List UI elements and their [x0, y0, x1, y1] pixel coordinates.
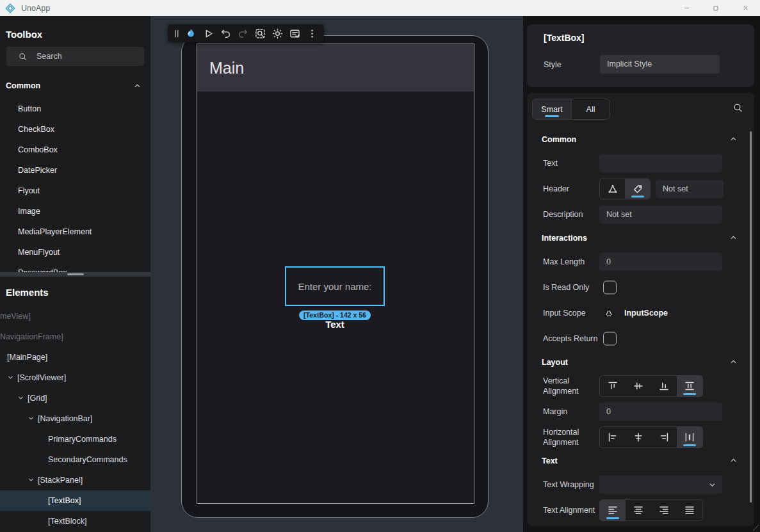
tree-item[interactable]: [ScrollViewer] — [0, 367, 150, 388]
section-header-common[interactable]: Common — [527, 129, 754, 150]
style-input[interactable]: Implicit Style — [600, 55, 720, 74]
element-picker-icon[interactable] — [252, 26, 269, 41]
tab-all[interactable]: All — [571, 99, 610, 119]
t-center-icon[interactable] — [626, 500, 651, 520]
chevron-up-icon — [729, 456, 738, 465]
checkbox[interactable] — [603, 281, 617, 294]
chevron-down-icon[interactable] — [7, 374, 14, 381]
tag-icon[interactable] — [625, 179, 650, 199]
chevron-down-icon[interactable] — [28, 476, 35, 483]
form-factor-icon[interactable] — [286, 26, 303, 41]
v-bottom-icon[interactable] — [651, 376, 677, 396]
tree-item[interactable]: [MainPage] — [0, 347, 150, 367]
properties-search-icon[interactable] — [732, 102, 743, 113]
minimize-button[interactable] — [672, 0, 701, 16]
toolbox-item-button[interactable]: Button — [0, 99, 150, 119]
v-top-icon[interactable] — [600, 376, 626, 396]
v-center-icon[interactable] — [626, 376, 651, 396]
more-options-icon[interactable] — [303, 26, 321, 41]
h-right-icon[interactable] — [651, 427, 677, 447]
drag-handle-icon[interactable] — [171, 26, 182, 41]
property-input[interactable] — [599, 154, 722, 173]
textblock-element[interactable]: Text — [325, 319, 344, 330]
tree-item-label: SecondaryCommands — [48, 449, 127, 470]
checkbox[interactable] — [603, 332, 617, 346]
property-input[interactable]: Not set — [599, 206, 722, 224]
section-header-text[interactable]: Text — [527, 450, 754, 472]
property-label: Text Alignment — [543, 505, 598, 515]
markup-icon[interactable] — [600, 179, 625, 199]
tree-item[interactable]: meView] — [0, 306, 150, 326]
navigation-bar[interactable]: Main — [197, 44, 474, 92]
window-resize-grip[interactable] — [753, 525, 759, 531]
markup-icon — [603, 307, 615, 319]
chevron-down-icon — [708, 481, 716, 489]
tab-smart[interactable]: Smart — [533, 99, 571, 119]
tree-item-label: [ScrollViewer] — [17, 367, 66, 388]
device-screen[interactable]: Main Enter your name: [TextBox] - 142 x … — [197, 44, 474, 504]
property-row: Text — [527, 150, 754, 176]
design-canvas[interactable]: Main Enter your name: [TextBox] - 142 x … — [150, 16, 523, 532]
toolbox-item-mediaplayerelement[interactable]: MediaPlayerElement — [0, 222, 150, 242]
tree-item[interactable]: [Grid] — [0, 388, 150, 408]
panel-splitter[interactable] — [0, 272, 150, 277]
property-control: Not set — [599, 179, 724, 200]
property-row: Margin0 — [527, 399, 754, 424]
close-button[interactable] — [731, 0, 760, 16]
toolbox-item-menuflyout[interactable]: MenuFlyout — [0, 242, 150, 262]
window-title: UnoApp — [21, 4, 50, 13]
property-control: 0 — [599, 253, 722, 271]
chevron-down-icon[interactable] — [17, 394, 24, 401]
property-input[interactable]: 0 — [599, 253, 722, 271]
splitter-grip — [67, 273, 84, 275]
text-wrapping-dropdown[interactable] — [599, 476, 722, 494]
property-input[interactable]: 0 — [599, 403, 722, 421]
section-header-interactions[interactable]: Interactions — [527, 227, 754, 249]
property-label: Text Wrapping — [543, 480, 598, 490]
maximize-button[interactable] — [701, 0, 731, 16]
v-stretch-icon[interactable] — [677, 376, 702, 396]
toolbox-section-common[interactable]: Common — [0, 80, 150, 92]
input-scope-value: InputScope — [603, 307, 668, 319]
selection-header-card: [TextBox] Style Implicit Style — [527, 24, 754, 87]
tree-item-label: meView] — [0, 306, 31, 326]
property-input[interactable]: Not set — [656, 180, 724, 198]
tree-item[interactable]: [StackPanel] — [0, 470, 150, 490]
toolbox-item-combobox[interactable]: ComboBox — [0, 140, 150, 160]
property-sections: CommonTextHeaderNot setDescriptionNot se… — [527, 129, 754, 526]
selected-textbox[interactable]: Enter your name: — [285, 266, 385, 306]
property-label: Description — [543, 209, 598, 220]
tree-item[interactable]: PrimaryCommands — [0, 429, 150, 449]
h-left-icon[interactable] — [600, 427, 626, 447]
h-center-icon[interactable] — [626, 427, 651, 447]
section-title: Layout — [542, 358, 568, 367]
toolbox-item-datepicker[interactable]: DatePicker — [0, 160, 150, 181]
toolbox-item-checkbox[interactable]: CheckBox — [0, 119, 150, 140]
vertical-alignment-group — [599, 375, 703, 397]
t-justify-icon[interactable] — [677, 500, 702, 520]
toolbox-item-flyout[interactable]: Flyout — [0, 181, 150, 201]
t-right-icon[interactable] — [651, 500, 677, 520]
tree-item[interactable]: NavigationFrame] — [0, 326, 150, 347]
tree-item[interactable]: [NavigationBar] — [0, 408, 150, 429]
toolbox-item-image[interactable]: Image — [0, 201, 150, 222]
chevron-down-icon[interactable] — [28, 415, 35, 422]
h-stretch-icon[interactable] — [677, 427, 702, 447]
theme-toggle-icon[interactable] — [269, 26, 286, 41]
section-title: Common — [542, 135, 576, 144]
title-bar: UnoApp — [0, 0, 760, 16]
redo-icon[interactable] — [234, 26, 252, 41]
hot-design-flame-icon[interactable] — [182, 26, 200, 41]
section-header-layout[interactable]: Layout — [527, 351, 754, 373]
tree-item-label: NavigationFrame] — [0, 326, 63, 347]
properties-scrollbar[interactable] — [750, 131, 752, 503]
toolbox-search-input[interactable]: Search — [6, 47, 144, 66]
tree-item[interactable]: [TextBox] — [0, 490, 150, 511]
tree-item[interactable]: SecondaryCommands — [0, 449, 150, 470]
device-frame: Main Enter your name: [TextBox] - 142 x … — [181, 35, 489, 518]
undo-icon[interactable] — [217, 26, 234, 41]
t-left-icon[interactable] — [600, 500, 626, 520]
tree-item[interactable]: [TextBlock] — [0, 511, 150, 531]
play-icon[interactable] — [200, 26, 217, 41]
property-row: Accepts Return — [527, 326, 754, 351]
